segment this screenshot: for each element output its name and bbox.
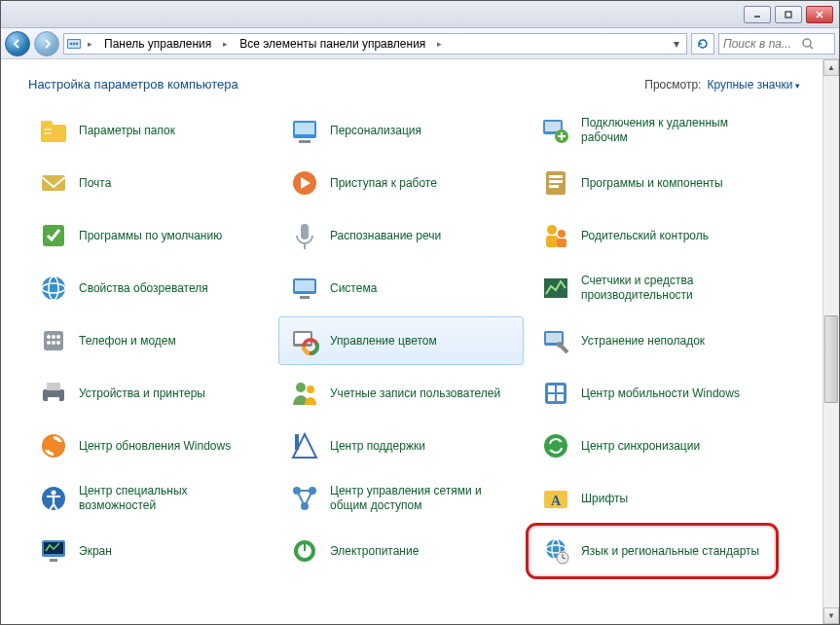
item-phone-modem[interactable]: Телефон и модем xyxy=(28,317,272,364)
item-programs-features[interactable]: Программы и компоненты xyxy=(530,160,774,206)
item-troubleshoot[interactable]: Устранение неполадок xyxy=(530,317,774,364)
svg-point-7 xyxy=(73,42,75,44)
internet-options-icon xyxy=(36,271,71,306)
item-label: Персонализация xyxy=(330,124,421,138)
minimize-button[interactable] xyxy=(744,6,771,23)
scroll-down-button[interactable]: ▼ xyxy=(823,607,839,624)
svg-rect-64 xyxy=(548,394,555,401)
item-label: Почта xyxy=(79,176,111,191)
item-remote-desktop[interactable]: Подключения к удаленным рабочим xyxy=(530,107,774,154)
item-label: Центр поддержки xyxy=(330,439,425,454)
item-default-programs[interactable]: Программы по умолчанию xyxy=(28,212,272,259)
svg-point-59 xyxy=(296,383,306,392)
item-label: Программы по умолчанию xyxy=(79,229,222,243)
item-label: Свойства обозревателя xyxy=(79,281,208,296)
color-mgmt-icon xyxy=(287,323,322,358)
svg-rect-17 xyxy=(299,140,310,143)
item-label: Центр управления сетями и общим доступом xyxy=(330,484,515,513)
item-color-mgmt[interactable]: Управление цветом xyxy=(279,317,523,364)
scrollbar[interactable]: ▲ ▼ xyxy=(822,59,839,624)
programs-features-icon xyxy=(538,165,573,201)
item-folder-options[interactable]: Параметры папок xyxy=(28,107,272,154)
item-internet-options[interactable]: Свойства обозревателя xyxy=(28,265,272,312)
svg-rect-62 xyxy=(548,386,555,392)
item-label: Телефон и модем xyxy=(79,334,176,349)
nav-back-button[interactable] xyxy=(5,31,30,56)
item-mobility[interactable]: Центр мобильности Windows xyxy=(530,370,774,417)
item-user-accounts[interactable]: Учетные записи пользователей xyxy=(279,370,523,417)
region-lang-icon xyxy=(538,533,573,569)
item-parental[interactable]: Родительский контроль xyxy=(530,212,774,259)
svg-rect-24 xyxy=(549,175,563,178)
windows-update-icon xyxy=(36,428,71,463)
item-label: Счетчики и средства производительности xyxy=(581,274,766,303)
svg-point-46 xyxy=(52,341,55,345)
item-windows-update[interactable]: Центр обновления Windows xyxy=(28,423,272,469)
svg-point-8 xyxy=(76,42,78,44)
svg-rect-65 xyxy=(557,394,564,401)
parental-icon xyxy=(538,218,573,253)
refresh-button[interactable] xyxy=(691,33,714,55)
display-icon xyxy=(36,533,71,569)
svg-point-6 xyxy=(70,42,72,44)
item-speech[interactable]: Распознавание речи xyxy=(279,212,523,259)
breadcrumb-item[interactable]: Панель управления xyxy=(98,34,217,54)
svg-point-69 xyxy=(52,491,56,496)
getting-started-icon xyxy=(287,165,322,201)
search-box[interactable] xyxy=(718,33,835,55)
view-mode-dropdown[interactable]: Крупные значки xyxy=(707,78,800,92)
items-grid: Параметры папокПерсонализацияПодключения… xyxy=(28,107,839,574)
item-perf-counters[interactable]: Счетчики и средства производительности xyxy=(530,265,774,312)
item-power[interactable]: Электропитание xyxy=(279,528,523,574)
item-label: Программы и компоненты xyxy=(581,176,723,191)
item-getting-started[interactable]: Приступая к работе xyxy=(279,160,523,206)
item-label: Электропитание xyxy=(330,544,419,559)
item-system[interactable]: Система xyxy=(279,265,523,312)
svg-rect-25 xyxy=(549,180,563,183)
item-network-sharing[interactable]: Центр управления сетями и общим доступом xyxy=(279,475,523,522)
item-label: Родительский контроль xyxy=(581,229,709,243)
svg-point-55 xyxy=(557,342,563,348)
item-region-lang[interactable]: Язык и региональные стандарты xyxy=(530,528,774,574)
scroll-up-button[interactable]: ▲ xyxy=(823,59,839,76)
svg-rect-12 xyxy=(41,121,53,127)
svg-rect-57 xyxy=(47,383,60,390)
chevron-right-icon: ▸ xyxy=(221,39,230,49)
scroll-track[interactable] xyxy=(823,76,839,607)
maximize-button[interactable] xyxy=(775,6,802,23)
address-dropdown[interactable]: ▾ xyxy=(669,37,684,51)
action-center-icon xyxy=(287,428,322,463)
close-button[interactable] xyxy=(806,6,833,23)
svg-point-67 xyxy=(544,434,567,458)
address-bar[interactable]: ▸ Панель управления ▸ Все элементы панел… xyxy=(63,33,687,55)
item-fonts[interactable]: AШрифты xyxy=(530,475,774,522)
nav-forward-button[interactable] xyxy=(34,31,59,56)
svg-point-34 xyxy=(42,276,65,300)
navbar: ▸ Панель управления ▸ Все элементы панел… xyxy=(1,28,839,59)
search-input[interactable] xyxy=(723,37,801,51)
item-label: Устройства и принтеры xyxy=(79,386,205,401)
svg-point-42 xyxy=(47,335,51,339)
item-label: Параметры папок xyxy=(79,124,175,138)
item-action-center[interactable]: Центр поддержки xyxy=(279,423,523,469)
svg-rect-26 xyxy=(549,185,559,188)
main-panel: Настройка параметров компьютера Просмотр… xyxy=(1,59,839,624)
item-display[interactable]: Экран xyxy=(28,528,272,574)
scroll-thumb[interactable] xyxy=(824,315,838,403)
item-devices-printers[interactable]: Устройства и принтеры xyxy=(28,370,272,417)
item-personalization[interactable]: Персонализация xyxy=(279,107,523,154)
titlebar xyxy=(1,1,839,28)
svg-rect-32 xyxy=(546,236,558,247)
svg-line-10 xyxy=(810,46,813,49)
phone-modem-icon xyxy=(36,323,71,358)
chevron-right-icon: ▸ xyxy=(86,39,94,49)
speech-icon xyxy=(287,218,322,253)
breadcrumb-item[interactable]: Все элементы панели управления xyxy=(234,34,431,54)
item-ease-access[interactable]: Центр специальных возможностей xyxy=(28,475,272,522)
folder-options-icon xyxy=(36,113,71,148)
item-sync-center[interactable]: Центр синхронизации xyxy=(530,423,774,469)
chevron-right-icon: ▸ xyxy=(435,39,444,49)
item-mail[interactable]: Почта xyxy=(28,160,272,206)
svg-rect-13 xyxy=(44,129,52,130)
sync-center-icon xyxy=(538,428,573,463)
